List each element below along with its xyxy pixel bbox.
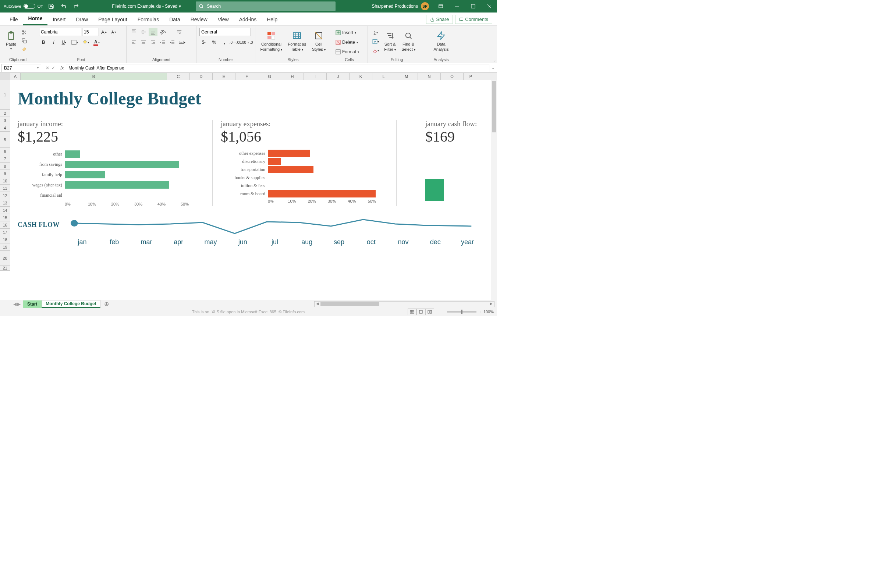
align-left-button[interactable] <box>129 38 138 46</box>
col-P[interactable]: P <box>464 73 478 80</box>
tab-home[interactable]: Home <box>23 12 48 26</box>
wrap-text-button[interactable] <box>175 28 183 36</box>
col-M[interactable]: M <box>395 73 418 80</box>
add-sheet-button[interactable]: ⊕ <box>101 300 113 308</box>
number-format-select[interactable] <box>200 28 251 36</box>
tab-addins[interactable]: Add-ins <box>234 14 261 26</box>
col-F[interactable]: F <box>236 73 258 80</box>
col-A[interactable]: A <box>10 73 21 80</box>
autosave-toggle[interactable]: AutoSave Off <box>2 4 45 9</box>
tab-page-layout[interactable]: Page Layout <box>93 14 132 26</box>
format-painter-button[interactable] <box>20 46 29 53</box>
row-15[interactable]: 15 <box>0 214 10 221</box>
col-O[interactable]: O <box>441 73 464 80</box>
font-size-select[interactable] <box>82 28 99 36</box>
format-as-table-button[interactable]: Format as Table ▾ <box>286 27 308 54</box>
row-4[interactable]: 4 <box>0 124 10 132</box>
fill-button[interactable]: ▾ <box>371 38 380 46</box>
expand-formula-icon[interactable]: ⌄ <box>490 66 497 70</box>
col-J[interactable]: J <box>327 73 350 80</box>
user-account[interactable]: Sharpened Productions SP <box>369 2 432 10</box>
row-13[interactable]: 13 <box>0 199 10 207</box>
row-3[interactable]: 3 <box>0 117 10 124</box>
tab-help[interactable]: Help <box>261 14 282 26</box>
indent-decrease-button[interactable] <box>158 38 167 46</box>
accept-formula-icon[interactable]: ✓ <box>51 66 55 70</box>
row-19[interactable]: 19 <box>0 243 10 251</box>
row-8[interactable]: 8 <box>0 162 10 170</box>
zoom-in-button[interactable]: + <box>479 310 481 314</box>
font-name-select[interactable] <box>39 28 81 36</box>
align-right-button[interactable] <box>149 38 158 46</box>
col-C[interactable]: C <box>167 73 190 80</box>
font-color-button[interactable]: A▾ <box>92 38 101 46</box>
share-button[interactable]: Share <box>426 15 453 24</box>
col-E[interactable]: E <box>213 73 236 80</box>
row-12[interactable]: 12 <box>0 192 10 199</box>
cut-button[interactable] <box>20 28 29 36</box>
undo-icon[interactable] <box>57 0 70 12</box>
align-center-button[interactable] <box>139 38 148 46</box>
fx-icon[interactable]: fx <box>58 66 66 70</box>
fill-color-button[interactable]: ▾ <box>81 38 90 46</box>
col-L[interactable]: L <box>372 73 395 80</box>
border-button[interactable]: ▾ <box>70 38 80 46</box>
copy-button[interactable] <box>20 37 29 44</box>
row-17[interactable]: 17 <box>0 229 10 236</box>
row-16[interactable]: 16 <box>0 221 10 229</box>
bold-button[interactable]: B <box>39 38 48 46</box>
sheet-nav-prev[interactable]: ◀ <box>13 302 17 307</box>
tab-data[interactable]: Data <box>164 14 185 26</box>
row-10[interactable]: 10 <box>0 177 10 184</box>
cell-styles-button[interactable]: Cell Styles ▾ <box>310 27 328 54</box>
zoom-slider[interactable] <box>447 311 476 313</box>
row-21[interactable]: 21 <box>0 266 10 271</box>
sheet-nav-next[interactable]: ▶ <box>17 302 21 307</box>
ribbon-mode-icon[interactable] <box>433 0 448 12</box>
tab-draw[interactable]: Draw <box>71 14 93 26</box>
align-bottom-button[interactable] <box>149 28 158 36</box>
italic-button[interactable]: I <box>49 38 58 46</box>
tab-view[interactable]: View <box>213 14 234 26</box>
format-cells-button[interactable]: Format ▾ <box>334 48 365 56</box>
name-box[interactable]: B27▾ <box>2 64 41 72</box>
accounting-button[interactable]: $ ▾ <box>200 38 208 46</box>
shrink-font-button[interactable]: A▼ <box>110 28 119 36</box>
col-D[interactable]: D <box>190 73 213 80</box>
redo-icon[interactable] <box>70 0 83 12</box>
insert-cells-button[interactable]: Insert ▾ <box>334 28 365 37</box>
save-icon[interactable] <box>45 0 57 12</box>
find-select-button[interactable]: Find & Select ▾ <box>399 27 417 54</box>
view-page-layout-button[interactable] <box>416 309 425 315</box>
col-K[interactable]: K <box>350 73 372 80</box>
increase-decimal-button[interactable]: .0→.00 <box>230 38 240 46</box>
align-middle-button[interactable] <box>139 28 148 36</box>
indent-increase-button[interactable] <box>168 38 177 46</box>
zoom-level[interactable]: 100% <box>484 310 494 314</box>
col-N[interactable]: N <box>418 73 441 80</box>
row-9[interactable]: 9 <box>0 170 10 177</box>
row-6[interactable]: 6 <box>0 148 10 155</box>
vertical-scrollbar[interactable] <box>491 80 497 300</box>
sort-filter-button[interactable]: Sort & Filter ▾ <box>381 27 399 54</box>
cancel-formula-icon[interactable]: ✕ <box>46 66 49 70</box>
collapse-ribbon-icon[interactable]: ⌄ <box>493 58 496 62</box>
close-icon[interactable] <box>482 0 497 12</box>
row-14[interactable]: 14 <box>0 207 10 214</box>
col-G[interactable]: G <box>258 73 281 80</box>
row-2[interactable]: 2 <box>0 110 10 117</box>
zoom-out-button[interactable]: − <box>443 310 445 314</box>
row-1[interactable]: 1 <box>0 80 10 110</box>
view-page-break-button[interactable] <box>425 309 434 315</box>
row-20[interactable]: 20 <box>0 251 10 266</box>
percent-button[interactable]: % <box>210 38 219 46</box>
delete-cells-button[interactable]: Delete ▾ <box>334 38 365 46</box>
row-5[interactable]: 5 <box>0 132 10 148</box>
horizontal-scrollbar[interactable]: ◀▶ <box>314 301 494 307</box>
row-18[interactable]: 18 <box>0 236 10 243</box>
view-normal-button[interactable] <box>408 309 416 315</box>
data-analysis-button[interactable]: Data Analysis <box>429 27 453 54</box>
tab-file[interactable]: File <box>5 14 23 26</box>
comma-button[interactable]: , <box>220 38 229 46</box>
row-11[interactable]: 11 <box>0 184 10 192</box>
